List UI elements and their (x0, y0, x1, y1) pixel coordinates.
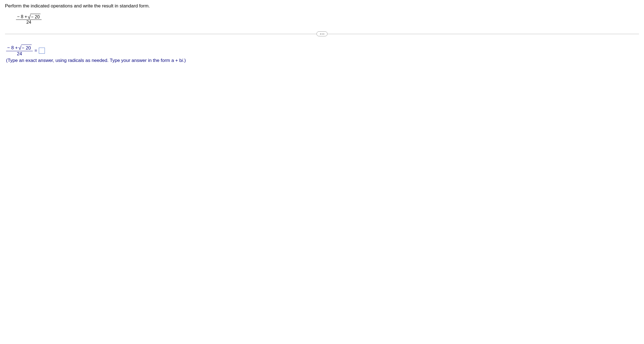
divider-line-left (5, 34, 316, 34)
answer-input[interactable] (39, 48, 45, 54)
answer-row: − 8 + √ − 20 24 = (6, 45, 639, 57)
problem-numerator: − 8 + √ − 20 (16, 14, 42, 20)
radicand: − 20 (30, 14, 40, 20)
expand-button[interactable] (316, 31, 328, 36)
square-root: √ − 20 (28, 14, 40, 20)
answer-radicand: − 20 (21, 45, 32, 51)
numerator-left: − 8 + (17, 14, 27, 19)
problem-fraction: − 8 + √ − 20 24 (16, 14, 42, 25)
instruction-text: Perform the indicated operations and wri… (5, 3, 639, 9)
answer-denominator: 24 (16, 51, 23, 57)
answer-square-root: √ − 20 (18, 45, 32, 51)
problem-expression: − 8 + √ − 20 24 (16, 14, 639, 25)
equals-sign: = (34, 48, 37, 53)
section-divider (5, 31, 639, 36)
hint-pre: (Type an exact answer, using radicals as… (6, 58, 182, 63)
radical-icon: √ (28, 14, 31, 20)
answer-numerator-left: − 8 + (7, 45, 18, 51)
answer-numerator: − 8 + √ − 20 (6, 45, 33, 51)
answer-hint: (Type an exact answer, using radicals as… (6, 58, 639, 63)
answer-fraction: − 8 + √ − 20 24 (6, 45, 33, 57)
ellipsis-icon (320, 34, 324, 34)
hint-post: .) (183, 58, 186, 63)
radical-icon: √ (18, 45, 21, 51)
problem-denominator: 24 (25, 20, 32, 25)
divider-line-right (328, 34, 639, 34)
answer-area: − 8 + √ − 20 24 = (Type an exact answer,… (6, 45, 639, 63)
